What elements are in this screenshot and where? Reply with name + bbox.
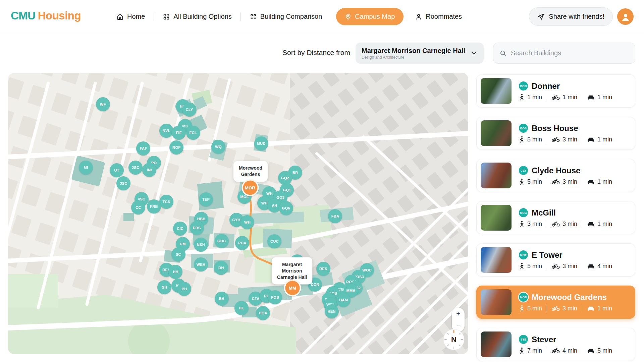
drive-time-item: 1 min <box>587 136 612 143</box>
building-badge: BOS <box>519 124 528 133</box>
car-icon <box>587 221 595 227</box>
walk-time-item: 3 min <box>519 221 542 228</box>
map-marker-fba[interactable]: FBA <box>328 209 342 223</box>
map-marker-fcl[interactable]: FCL <box>186 126 200 140</box>
nav-item-all-building-options[interactable]: All Building Options <box>163 13 231 20</box>
map-marker-ph[interactable]: PH <box>177 282 191 296</box>
nav-item-campus-map[interactable]: Campus Map <box>336 8 404 25</box>
map-marker-bh[interactable]: BH <box>215 292 229 306</box>
map-marker-hh[interactable]: HH <box>168 265 182 279</box>
map-marker-tcs[interactable]: TCS <box>159 195 173 209</box>
map-marker-hen[interactable]: HEN <box>325 304 339 318</box>
map-marker-nsh[interactable]: NSH <box>194 238 208 252</box>
building-list: DON Donner 1 min 1 min 1 min <box>476 74 635 361</box>
map-marker-res[interactable]: RES <box>316 262 330 276</box>
building-card-body: MOR Morewood Gardens 5 min 3 min 1 min <box>519 293 631 312</box>
building-badge: DON <box>519 81 528 90</box>
map-marker-cc[interactable]: CC <box>131 200 145 215</box>
map-marker-ham[interactable]: HAM <box>336 293 351 307</box>
map-marker-pos[interactable]: POS <box>268 290 282 304</box>
bike-icon <box>552 305 560 311</box>
map-marker-gq2[interactable]: GQ2 <box>278 171 292 185</box>
comparison-icon <box>250 13 257 20</box>
map-marker-cic[interactable]: CIC <box>173 222 187 236</box>
map-marker-pca[interactable]: PCA <box>235 236 249 250</box>
map-marker-mor[interactable]: MOR <box>241 179 259 196</box>
app-logo[interactable]: CMUHousing <box>11 9 81 22</box>
time-separator <box>582 136 582 143</box>
bike-time: 3 min <box>562 221 577 228</box>
nav-divider <box>240 12 241 21</box>
map-marker-sh[interactable]: SH <box>157 280 171 294</box>
map-marker-gq6[interactable]: GQ6 <box>279 201 293 215</box>
nav-item-home[interactable]: Home <box>116 13 145 20</box>
page: CMUHousing Home All Building Options <box>0 0 644 362</box>
map-marker-ghc[interactable]: GHC <box>215 234 229 248</box>
time-separator <box>582 305 582 312</box>
map-marker-wq[interactable]: WQ <box>211 140 225 154</box>
bike-icon <box>552 263 560 269</box>
zoom-in-button[interactable]: + <box>452 308 465 320</box>
walk-icon <box>519 305 525 312</box>
map-marker-weh[interactable]: WEH <box>194 257 208 272</box>
building-card-bos[interactable]: BOS Boss House 5 min 3 min 1 min <box>476 117 635 150</box>
building-card-mcg[interactable]: MCG McGill 3 min 3 min 1 min <box>476 201 635 234</box>
search-input[interactable] <box>511 49 629 57</box>
nav-item-roommates[interactable]: Roommates <box>415 13 462 20</box>
drive-time-item: 1 min <box>587 94 612 101</box>
map-marker-nvl[interactable]: NVL <box>159 124 173 138</box>
travel-times: 5 min 3 min 1 min <box>519 136 631 143</box>
building-card-don[interactable]: DON Donner 1 min 1 min 1 min <box>476 74 635 108</box>
travel-times: 3 min 3 min 1 min <box>519 221 631 228</box>
map-marker-hoa[interactable]: HOA <box>256 306 270 320</box>
bike-time-item: 1 min <box>552 94 577 101</box>
building-name: E Tower <box>532 250 562 260</box>
map-marker-2sc[interactable]: 2SC <box>128 161 143 175</box>
sort-origin-dropdown[interactable]: Margaret Morrison Carnegie Hall Design a… <box>356 43 484 64</box>
logo-part-housing: Housing <box>38 9 81 22</box>
car-icon <box>587 136 595 142</box>
building-card-ste[interactable]: STE Stever 7 min 4 min 5 min <box>476 328 635 361</box>
building-name: Stever <box>532 335 556 344</box>
nav-divider <box>154 12 154 21</box>
map-marker-cly[interactable]: CLY <box>182 103 197 117</box>
building-photo <box>481 331 512 357</box>
map-marker-eds[interactable]: EDS <box>190 221 204 235</box>
building-photo <box>481 78 512 104</box>
map-marker-tep[interactable]: TEP <box>199 192 213 206</box>
map-marker-ut[interactable]: UT <box>110 163 124 177</box>
time-separator <box>582 94 582 101</box>
share-button[interactable]: Share with friends! <box>529 7 613 26</box>
bike-time-item: 3 min <box>552 263 577 270</box>
map-marker-frb[interactable]: FRB <box>147 199 161 214</box>
map-marker-sc[interactable]: SC <box>171 247 185 261</box>
map-marker-wf[interactable]: WF <box>96 97 110 111</box>
walk-time-item: 7 min <box>519 347 542 354</box>
map-marker-3sc[interactable]: 3SC <box>116 176 130 190</box>
building-card-mor[interactable]: MOR Morewood Gardens 5 min 3 min 1 min <box>476 286 635 319</box>
map-marker-dh[interactable]: DH <box>214 261 228 275</box>
campus-map[interactable]: MorewoodGardensMargaretMorrisonCarnegie … <box>8 73 468 354</box>
building-badge: MOR <box>519 293 528 302</box>
map-marker-mud[interactable]: MUD <box>254 136 268 150</box>
map-marker-cuc[interactable]: CUC <box>267 234 281 248</box>
building-card-moe[interactable]: MOE E Tower 5 min 3 min 4 min <box>476 243 635 277</box>
map-marker-faf[interactable]: FAF <box>136 141 150 156</box>
map-marker-rof[interactable]: ROF <box>169 140 183 155</box>
nav-item-building-comparison[interactable]: Building Comparison <box>250 13 322 20</box>
building-card-body: MOE E Tower 5 min 3 min 4 min <box>519 250 631 270</box>
time-separator <box>582 178 582 185</box>
compass-control[interactable]: N <box>443 328 465 351</box>
time-separator <box>582 263 582 269</box>
map-marker-mm[interactable]: MM <box>284 280 301 297</box>
time-separator <box>547 136 547 143</box>
map-marker-mi[interactable]: MI <box>79 161 93 175</box>
map-marker-hl[interactable]: HL <box>234 301 249 315</box>
map-marker-fif[interactable]: FIF <box>172 126 186 140</box>
map-marker-ini[interactable]: INI <box>142 163 156 177</box>
building-card-cly[interactable]: CLY Clyde House 5 min 3 min 1 min <box>476 159 635 192</box>
walk-icon <box>519 221 525 227</box>
profile-avatar[interactable] <box>617 8 634 25</box>
drive-time: 1 min <box>597 221 612 228</box>
map-marker-wh[interactable]: WH <box>240 215 254 229</box>
